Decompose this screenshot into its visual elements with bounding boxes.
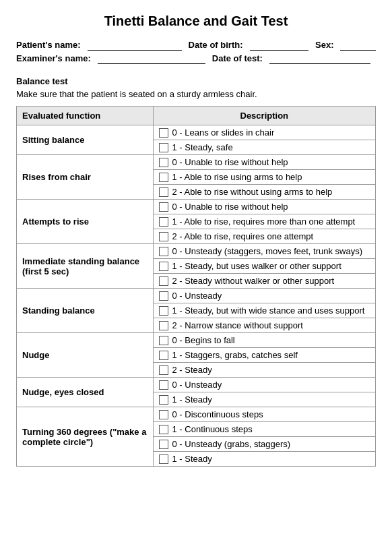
checkbox[interactable]: [159, 425, 168, 434]
page-title: Tinetti Balance and Gait Test: [16, 13, 376, 29]
description-text: 0 - Leans or slides in chair: [172, 127, 275, 138]
description-text: 1 - Steady: [172, 394, 212, 405]
description-text: 2 - Able to rise without using arms to h…: [172, 187, 333, 197]
description-cell: 1 - Able to rise using arms to help: [153, 170, 375, 185]
description-cell: 1 - Continuous steps: [153, 422, 375, 437]
checkbox[interactable]: [159, 217, 168, 227]
patient-name-label: Patient's name:: [16, 40, 81, 50]
description-cell: 0 - Unsteady (grabs, staggers): [153, 437, 375, 452]
description-text: 2 - Steady without walker or other suppo…: [172, 276, 335, 286]
function-label: Standing balance: [17, 289, 154, 333]
description-text: 2 - Steady: [172, 365, 212, 375]
description-cell: 1 - Steady: [153, 392, 375, 407]
balance-test-desc: Make sure that the patient is seated on …: [16, 89, 376, 99]
description-cell: 1 - Steady, but uses walker or other sup…: [153, 259, 375, 274]
checkbox[interactable]: [159, 158, 168, 167]
dob-field[interactable]: [250, 40, 309, 51]
function-label: Attempts to rise: [17, 200, 154, 244]
description-cell: 0 - Begins to fall: [153, 333, 375, 348]
description-text: 0 - Discontinuous steps: [172, 409, 263, 419]
description-text: 0 - Unable to rise without help: [172, 157, 288, 167]
function-label: Rises from chair: [17, 155, 154, 200]
balance-test-title: Balance test: [16, 76, 376, 86]
description-cell: 0 - Unsteady (staggers, moves feet, trun…: [153, 244, 375, 259]
description-text: 1 - Able to rise using arms to help: [172, 172, 302, 182]
col-function: Evaluated function: [17, 107, 154, 125]
checkbox[interactable]: [159, 395, 168, 405]
checkbox[interactable]: [159, 336, 168, 345]
description-cell: 1 - Steady, but with wide stance and use…: [153, 303, 375, 318]
description-cell: 1 - Steady: [153, 452, 375, 467]
description-cell: 1 - Steady, safe: [153, 140, 375, 155]
description-cell: 0 - Unsteady: [153, 289, 375, 303]
dot-field[interactable]: [269, 53, 370, 64]
checkbox[interactable]: [159, 321, 168, 330]
checkbox[interactable]: [159, 410, 168, 419]
description-text: 1 - Staggers, grabs, catches self: [172, 350, 298, 360]
description-text: 0 - Unsteady (grabs, staggers): [172, 439, 291, 449]
description-cell: 2 - Narrow stance without support: [153, 318, 375, 333]
checkbox[interactable]: [159, 454, 168, 464]
description-cell: 1 - Able to rise, requires more than one…: [153, 214, 375, 229]
description-cell: 0 - Unable to rise without help: [153, 155, 375, 170]
description-text: 1 - Steady: [172, 454, 212, 464]
table-row: Rises from chair0 - Unable to rise witho…: [17, 155, 376, 170]
description-text: 2 - Able to rise, requires one attempt: [172, 231, 314, 241]
dob-label: Date of birth:: [189, 40, 243, 50]
table-row: Nudge0 - Begins to fall: [17, 333, 376, 348]
checkbox[interactable]: [159, 187, 168, 197]
function-label: Turning 360 degrees ("make a complete ci…: [17, 407, 154, 467]
table-row: Standing balance0 - Unsteady: [17, 289, 376, 303]
checkbox[interactable]: [159, 291, 168, 301]
sex-field[interactable]: [340, 40, 376, 51]
description-cell: 2 - Able to rise, requires one attempt: [153, 229, 375, 244]
patient-name-field[interactable]: [88, 40, 182, 51]
col-description: Description: [153, 107, 375, 125]
description-cell: 0 - Unsteady: [153, 378, 375, 392]
table-row: Attempts to rise0 - Unable to rise witho…: [17, 200, 376, 214]
balance-table: Evaluated function Description Sitting b…: [16, 106, 376, 467]
description-cell: 0 - Discontinuous steps: [153, 407, 375, 422]
description-text: 2 - Narrow stance without support: [172, 320, 303, 330]
checkbox[interactable]: [159, 351, 168, 360]
examiner-name-label: Examiner's name:: [16, 53, 91, 63]
function-label: Sitting balance: [17, 125, 154, 155]
description-text: 1 - Steady, safe: [172, 142, 233, 152]
dot-label: Date of test:: [212, 53, 263, 63]
examiner-name-field[interactable]: [98, 53, 205, 64]
checkbox[interactable]: [159, 262, 168, 271]
function-label: Nudge, eyes closed: [17, 378, 154, 407]
checkbox[interactable]: [159, 247, 168, 256]
description-cell: 2 - Able to rise without using arms to h…: [153, 185, 375, 200]
checkbox[interactable]: [159, 380, 168, 390]
checkbox[interactable]: [159, 173, 168, 182]
description-cell: 2 - Steady without walker or other suppo…: [153, 274, 375, 289]
description-text: 1 - Able to rise, requires more than one…: [172, 216, 356, 227]
description-cell: 1 - Staggers, grabs, catches self: [153, 348, 375, 363]
sex-label: Sex:: [315, 40, 333, 50]
description-text: 0 - Unable to rise without help: [172, 202, 288, 212]
description-text: 0 - Begins to fall: [172, 335, 235, 345]
description-text: 1 - Steady, but uses walker or other sup…: [172, 261, 341, 271]
checkbox[interactable]: [159, 143, 168, 152]
description-text: 0 - Unsteady: [172, 380, 222, 390]
description-text: 0 - Unsteady: [172, 291, 222, 301]
table-row: Sitting balance0 - Leans or slides in ch…: [17, 125, 376, 140]
description-text: 1 - Continuous steps: [172, 424, 253, 434]
checkbox[interactable]: [159, 440, 168, 449]
description-text: 1 - Steady, but with wide stance and use…: [172, 305, 365, 316]
table-row: Immediate standing balance (first 5 sec)…: [17, 244, 376, 259]
function-label: Immediate standing balance (first 5 sec): [17, 244, 154, 289]
function-label: Nudge: [17, 333, 154, 378]
checkbox[interactable]: [159, 128, 168, 138]
checkbox[interactable]: [159, 306, 168, 316]
checkbox[interactable]: [159, 232, 168, 241]
description-cell: 0 - Unable to rise without help: [153, 200, 375, 214]
description-text: 0 - Unsteady (staggers, moves feet, trun…: [172, 246, 363, 256]
patient-info-section: Patient's name: Date of birth: Sex: Exam…: [16, 40, 376, 64]
description-cell: 0 - Leans or slides in chair: [153, 125, 375, 140]
table-row: Turning 360 degrees ("make a complete ci…: [17, 407, 376, 422]
checkbox[interactable]: [159, 365, 168, 375]
checkbox[interactable]: [159, 276, 168, 286]
checkbox[interactable]: [159, 202, 168, 212]
